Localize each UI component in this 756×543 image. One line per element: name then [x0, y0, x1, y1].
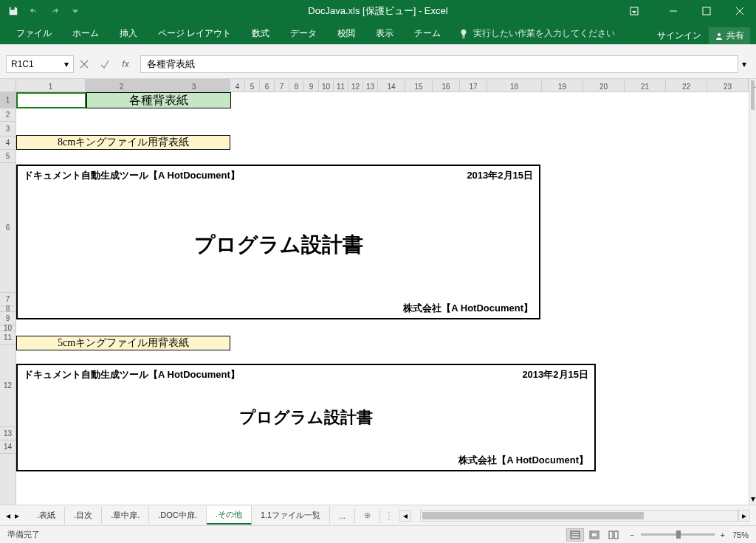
- row-header[interactable]: 3: [0, 122, 16, 136]
- tab-prev-icon[interactable]: ◂: [6, 511, 10, 521]
- doc-tool-label: ドキュメント自動生成ツール【A HotDocument】: [24, 368, 240, 381]
- col-header[interactable]: 12: [348, 79, 363, 91]
- col-header[interactable]: 9: [304, 79, 319, 91]
- tab-review[interactable]: 校閲: [327, 23, 365, 44]
- col-header[interactable]: 16: [433, 79, 460, 91]
- tab-insert[interactable]: 挿入: [109, 23, 148, 44]
- qa-dropdown-icon[interactable]: [69, 5, 81, 17]
- zoom-thumb[interactable]: [676, 530, 681, 539]
- tab-view[interactable]: 表示: [365, 23, 404, 44]
- formula-expand-icon[interactable]: ▾: [738, 59, 750, 69]
- col-header[interactable]: 23: [707, 79, 749, 91]
- col-header[interactable]: 8: [289, 79, 304, 91]
- hscroll-right-icon[interactable]: ▸: [738, 510, 750, 522]
- zoom-out-icon[interactable]: −: [630, 530, 634, 539]
- tellme-search[interactable]: 実行したい作業を入力してください: [451, 23, 622, 44]
- col-header[interactable]: 10: [319, 79, 334, 91]
- name-box[interactable]: R1C1 ▾: [6, 55, 74, 73]
- row-header[interactable]: 13: [0, 427, 16, 440]
- row-header[interactable]: 12: [0, 345, 16, 427]
- maximize-button[interactable]: [690, 0, 723, 22]
- signin-link[interactable]: サインイン: [657, 30, 701, 42]
- accept-formula-button[interactable]: [94, 55, 115, 73]
- horizontal-scrollbar[interactable]: [420, 510, 738, 522]
- tab-file[interactable]: ファイル: [6, 23, 62, 44]
- select-all-cell[interactable]: [0, 79, 16, 92]
- cells-grid[interactable]: 各種背表紙 8cmキングファイル用背表紙 ドキュメント自動生成ツール【A Hot…: [16, 92, 749, 505]
- tab-pagelayout[interactable]: ページ レイアウト: [148, 23, 241, 44]
- tab-next-icon[interactable]: ▸: [15, 511, 19, 521]
- row-header[interactable]: 2: [0, 108, 16, 122]
- doc-date-label: 2013年2月15日: [522, 368, 588, 381]
- ribbon-options-icon[interactable]: [617, 0, 650, 22]
- row-header[interactable]: 6: [0, 163, 16, 293]
- ribbon: ファイル ホーム 挿入 ページ レイアウト 数式 データ 校閲 表示 チーム 実…: [0, 22, 756, 44]
- row-header[interactable]: 11: [0, 331, 16, 345]
- row-header[interactable]: 8: [0, 306, 16, 312]
- sheet-tab-more[interactable]: ...: [330, 508, 355, 523]
- col-header[interactable]: 13: [363, 79, 378, 91]
- col-header[interactable]: 6: [260, 79, 275, 91]
- doc-big-title: プログラム設計書: [18, 231, 539, 259]
- cancel-formula-button[interactable]: [74, 55, 94, 73]
- col-header[interactable]: 4: [230, 79, 245, 91]
- row-header[interactable]: 4: [0, 136, 16, 150]
- insert-function-button[interactable]: fx: [115, 55, 136, 73]
- formula-input[interactable]: 各種背表紙: [140, 55, 738, 73]
- add-sheet-button[interactable]: ⊕: [355, 508, 380, 523]
- row-header[interactable]: 1: [0, 92, 16, 108]
- share-button[interactable]: 共有: [709, 27, 750, 44]
- undo-icon[interactable]: [28, 5, 40, 17]
- sheet-tab[interactable]: .目次: [65, 507, 102, 524]
- view-normal-button[interactable]: [566, 528, 584, 542]
- hscroll-left-icon[interactable]: ◂: [399, 510, 411, 522]
- tab-data[interactable]: データ: [280, 23, 327, 44]
- row-header[interactable]: 10: [0, 325, 16, 331]
- scroll-thumb[interactable]: [422, 512, 644, 519]
- svg-rect-14: [614, 531, 618, 539]
- zoom-level[interactable]: 75%: [732, 530, 749, 539]
- sheet-tab[interactable]: .DOC中扉.: [149, 507, 207, 524]
- row-headers: 1 2 3 4 5 6 7 8 9 10 11 12 13 14: [0, 92, 16, 505]
- active-cell: [16, 92, 86, 108]
- sheet-tab-active[interactable]: .その他: [207, 506, 252, 525]
- col-header[interactable]: 5: [245, 79, 260, 91]
- vertical-scrollbar[interactable]: ▴ ▾: [749, 79, 756, 505]
- sheet-tab[interactable]: .章中扉.: [102, 507, 149, 524]
- col-header[interactable]: 14: [378, 79, 405, 91]
- scroll-down-icon[interactable]: ▾: [749, 493, 756, 505]
- col-header[interactable]: 19: [542, 79, 583, 91]
- row-header[interactable]: 5: [0, 150, 16, 163]
- zoom-in-icon[interactable]: +: [721, 530, 725, 539]
- row-header[interactable]: 14: [0, 440, 16, 454]
- col-header[interactable]: 21: [625, 79, 666, 91]
- section-a-cell: 8cmキングファイル用背表紙: [16, 135, 230, 150]
- col-header[interactable]: 11: [334, 79, 348, 91]
- page-title-cell: 各種背表紙: [86, 92, 231, 108]
- view-pagebreak-button[interactable]: [605, 528, 622, 542]
- close-button[interactable]: [723, 0, 756, 22]
- scroll-thumb[interactable]: [751, 80, 755, 110]
- zoom-slider[interactable]: − +: [630, 530, 725, 539]
- tab-home[interactable]: ホーム: [62, 23, 109, 44]
- chevron-down-icon[interactable]: ▾: [64, 59, 69, 69]
- col-header[interactable]: 18: [487, 79, 542, 91]
- col-header[interactable]: 2: [86, 79, 158, 91]
- col-header[interactable]: 15: [405, 79, 433, 91]
- tab-nav: ◂ ▸: [6, 511, 19, 521]
- tab-team[interactable]: チーム: [404, 23, 451, 44]
- svg-rect-12: [591, 533, 597, 537]
- view-pagelayout-button[interactable]: [585, 528, 603, 542]
- col-header[interactable]: 17: [460, 79, 487, 91]
- col-header[interactable]: 3: [158, 79, 230, 91]
- col-header[interactable]: 7: [275, 79, 289, 91]
- col-header[interactable]: 22: [666, 79, 707, 91]
- sheet-tab[interactable]: 1.1ファイル一覧: [252, 507, 330, 524]
- redo-icon[interactable]: [49, 5, 61, 17]
- save-icon[interactable]: [7, 5, 19, 17]
- col-header[interactable]: 1: [16, 79, 86, 91]
- minimize-button[interactable]: [656, 0, 690, 22]
- col-header[interactable]: 20: [583, 79, 625, 91]
- tab-formulas[interactable]: 数式: [241, 23, 280, 44]
- sheet-tab[interactable]: .表紙: [28, 507, 65, 524]
